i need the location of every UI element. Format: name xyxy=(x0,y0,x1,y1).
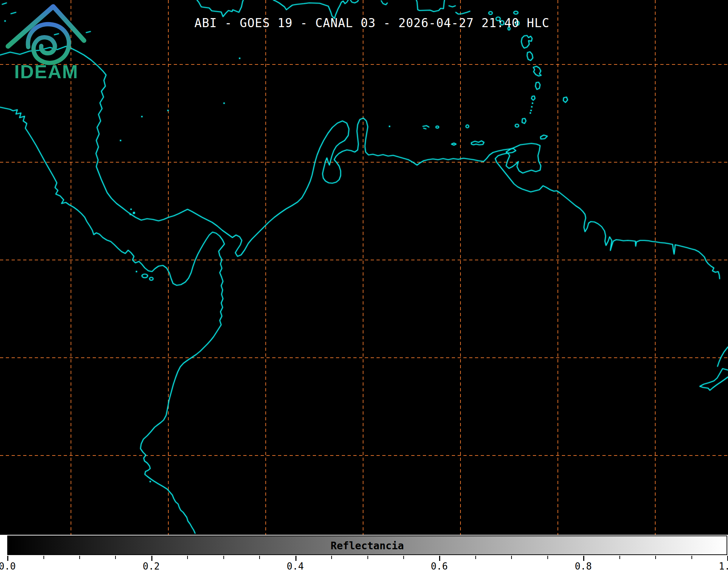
colorbar-minor-tick xyxy=(619,556,620,559)
colorbar-minor-tick xyxy=(223,556,224,559)
island-guadeloupe xyxy=(521,35,532,48)
colorbar-tick-label: 0.4 xyxy=(281,561,310,571)
island-jamaica-coast xyxy=(197,0,243,17)
island-dot xyxy=(133,212,135,214)
island-margarita xyxy=(471,141,484,145)
colorbar-minor-tick xyxy=(403,556,404,559)
island-dot xyxy=(239,58,240,59)
ideam-logo: IDEAM xyxy=(0,0,94,84)
colorbar-major-tick xyxy=(439,556,440,561)
island-los-testigos xyxy=(515,124,519,127)
island-dot xyxy=(167,110,169,111)
island-trinidad xyxy=(506,143,541,173)
island-curacao-dash-1 xyxy=(423,126,429,127)
colorbar-minor-tick xyxy=(475,556,476,559)
island-hispaniola-east-coast xyxy=(350,0,358,3)
island-cebaco xyxy=(150,277,153,280)
island-coche xyxy=(451,143,456,145)
map-svg xyxy=(0,0,728,535)
image-title: ABI - GOES 19 - CANAL 03 - 2026-04-27 21… xyxy=(194,16,550,30)
colorbar-footer: Reflectancia 0.00.20.40.60.81.0 xyxy=(0,535,728,571)
island-dot xyxy=(120,140,121,141)
island-tobago xyxy=(540,135,547,139)
island-dominica xyxy=(527,52,533,60)
island-dot xyxy=(223,102,225,104)
colorbar-tick-label: 0.2 xyxy=(137,561,166,571)
island-dot xyxy=(389,126,390,127)
colorbar-title: Reflectancia xyxy=(8,540,727,552)
colorbar-tick-label: 0.0 xyxy=(0,561,22,571)
colorbar-minor-tick xyxy=(115,556,116,559)
coast-amazon-mouth-north xyxy=(718,347,728,366)
colorbar-tick-label: 0.6 xyxy=(425,561,454,571)
colorbar-minor-tick xyxy=(655,556,656,559)
island-mona-coast xyxy=(381,1,387,5)
island-vieques-coast xyxy=(449,6,455,7)
colorbar-major-tick xyxy=(295,556,296,561)
island-curacao-dash-2 xyxy=(424,128,426,129)
island-dot xyxy=(530,110,532,111)
colorbar-minor-tick xyxy=(259,556,260,559)
island-dot xyxy=(530,112,531,114)
ideam-logo-text: IDEAM xyxy=(14,61,79,82)
satellite-image-viewer: ABI - GOES 19 - CANAL 03 - 2026-04-27 21… xyxy=(0,0,728,571)
colorbar-major-tick xyxy=(151,556,152,561)
colorbar-minor-tick xyxy=(691,556,692,559)
island-puerto-rico-coast xyxy=(416,0,445,12)
island-barbados xyxy=(563,97,568,102)
satellite-map: ABI - GOES 19 - CANAL 03 - 2026-04-27 21… xyxy=(0,0,728,535)
island-grenada xyxy=(522,118,526,123)
ideam-logo-swirl-icon xyxy=(28,24,69,63)
colorbar-minor-tick xyxy=(367,556,368,559)
island-dot xyxy=(136,271,137,272)
island-st-vincent xyxy=(531,96,535,100)
island-st-croix-coast xyxy=(456,11,470,14)
colorbar-minor-tick xyxy=(511,556,512,559)
island-dot xyxy=(532,102,533,104)
coast-amazon-mouth xyxy=(700,369,728,390)
colorbar-major-tick xyxy=(583,556,584,561)
island-dot xyxy=(130,209,132,210)
colorbar: Reflectancia xyxy=(7,536,727,555)
colorbar-tick-label: 1.0 xyxy=(713,561,728,571)
island-dot xyxy=(150,481,151,482)
colorbar-minor-tick xyxy=(43,556,44,559)
island-coiba xyxy=(142,274,148,278)
colorbar-tick-label: 0.8 xyxy=(569,561,598,571)
colorbar-minor-tick xyxy=(331,556,332,559)
island-martinique xyxy=(533,66,541,76)
colorbar-minor-tick xyxy=(187,556,188,559)
island-antigua xyxy=(489,12,492,14)
island-dot xyxy=(130,214,131,215)
island-dot xyxy=(531,106,533,108)
island-dot xyxy=(141,116,143,117)
ideam-logo-roof-icon xyxy=(8,7,84,46)
island-la-tortuga xyxy=(466,125,469,128)
colorbar-minor-tick xyxy=(547,556,548,559)
island-barbuda xyxy=(514,11,518,14)
island-st-lucia xyxy=(535,82,540,89)
colorbar-major-tick xyxy=(7,556,8,561)
coast-pacific-mainland xyxy=(0,107,224,533)
island-bonaire xyxy=(436,126,439,128)
colorbar-minor-tick xyxy=(79,556,80,559)
